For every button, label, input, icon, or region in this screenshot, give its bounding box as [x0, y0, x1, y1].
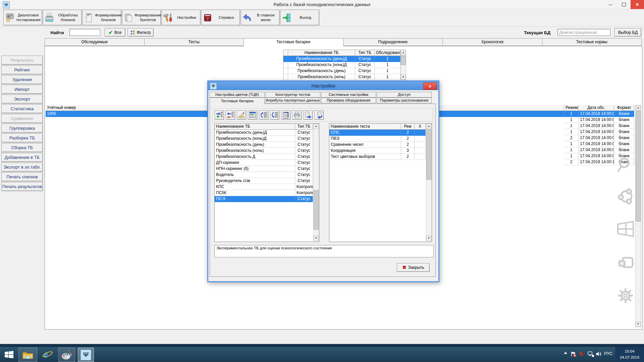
scroll-down-icon[interactable]: ▼	[636, 321, 641, 327]
tab-tests[interactable]: Тесты	[144, 38, 244, 46]
tray-expand-icon[interactable]	[564, 351, 568, 355]
scrollbar-thumb[interactable]	[426, 129, 431, 180]
column-header[interactable]: X	[415, 124, 426, 130]
file-explorer-button[interactable]	[18, 348, 37, 362]
tray-antivirus-icon[interactable]: K	[580, 351, 584, 357]
dialog-tab-recognition-params[interactable]: Параметры распознавания	[377, 98, 432, 103]
minimize-button[interactable]: ─	[604, 0, 617, 9]
column-header[interactable]: Наименование ТБ	[288, 50, 355, 56]
sidebar-button-export[interactable]: Экспорт	[1, 95, 43, 104]
records-scrollbar[interactable]: ▲ ▼	[635, 105, 641, 327]
add-test-button[interactable]	[215, 110, 224, 120]
dialog-tab-test-batteries[interactable]: Тестовые батареи	[210, 98, 265, 104]
select-db-button[interactable]: Выбор БД	[614, 28, 641, 37]
list-item[interactable]: ПВЭ2	[329, 136, 432, 142]
paint-palette-button[interactable]	[58, 348, 75, 362]
battery-properties-button[interactable]	[248, 110, 257, 120]
sidebar-button-print-lists[interactable]: Печать списков	[1, 172, 43, 181]
list-item[interactable]: Промбезопасность (день)ДСтатус	[215, 130, 319, 136]
list-item[interactable]: НПН-скрининг (б)Статус	[215, 166, 319, 172]
list-item[interactable]: ВодительСтатус	[215, 172, 319, 178]
tray-network-icon[interactable]	[588, 351, 594, 357]
tab-chronology[interactable]: Хронология	[442, 38, 542, 46]
tab-examinees[interactable]: Обследуемые	[45, 38, 145, 46]
test-list-scrollbar[interactable]: ▲ ▼	[426, 124, 432, 241]
column-header[interactable]: Дата обс.	[579, 105, 614, 111]
sidebar-button-print-results[interactable]: Печать результатов	[1, 182, 43, 191]
column-header[interactable]: Реж	[401, 124, 415, 130]
scroll-down-icon[interactable]: ▼	[426, 236, 431, 241]
table-row[interactable]: Промбезопасность (день)ДСтатус1	[283, 56, 400, 62]
exit-button[interactable]: Выход	[280, 10, 319, 25]
list-item[interactable]: ПС5ККонтроль	[215, 190, 319, 196]
scroll-up-icon[interactable]: ▲	[401, 50, 406, 55]
sidebar-button-add-to-tb[interactable]: Добавление в ТБ	[1, 153, 43, 162]
internet-explorer-button[interactable]: e	[40, 348, 56, 361]
import-battery-button[interactable]	[314, 110, 324, 120]
dialog-tab-system-settings[interactable]: Системные настройки	[321, 92, 376, 98]
remove-test-button[interactable]	[226, 110, 235, 120]
scroll-down-icon[interactable]: ▼	[401, 74, 406, 80]
sidebar-button-grouping[interactable]: Группировка	[1, 124, 43, 133]
tab-test-norms[interactable]: Тестовые нормы	[542, 38, 642, 46]
current-db-input[interactable]	[557, 29, 610, 36]
list-item-selected[interactable]: ПС-5Статус	[215, 196, 319, 202]
dialog-testing-button[interactable]: Диалоговое тестирование	[3, 10, 42, 25]
column-header[interactable]: Формат	[614, 105, 634, 111]
dialog-tab-test-constructor[interactable]: Конструктор тестов	[265, 92, 320, 98]
help-button[interactable]: ? Справка	[201, 10, 240, 25]
scroll-down-icon[interactable]: ▼	[314, 236, 319, 241]
list-item[interactable]: Промбезопасность (ночь)Статус	[215, 148, 319, 154]
move-up-button[interactable]	[259, 110, 268, 120]
find-input[interactable]	[69, 29, 100, 36]
report-button[interactable]	[281, 110, 290, 120]
battery-list-scrollbar[interactable]: ▲ ▼	[313, 124, 319, 241]
form-blanks-button[interactable]: Формирование бланков	[83, 10, 121, 25]
table-row[interactable]: Промбезопасность (день)Статус1	[283, 68, 400, 74]
tray-volume-icon[interactable]	[596, 351, 602, 357]
dialog-close-button[interactable]: ✖ Закрыть	[397, 263, 430, 272]
print-button[interactable]	[292, 110, 302, 120]
battery-summary-scrollbar[interactable]: ▲ ▼	[400, 50, 406, 80]
scroll-up-icon[interactable]: ▲	[426, 124, 431, 129]
psychodiagnostics-app-button[interactable]: Ψ	[78, 348, 94, 362]
tab-test-batteries[interactable]: Тестовые батареи	[244, 38, 343, 46]
list-item[interactable]: ДП-скринингСтатус	[215, 160, 319, 166]
scrollbar-thumb[interactable]	[636, 111, 641, 222]
scrollbar-thumb[interactable]	[401, 56, 406, 65]
filter-button[interactable]: Фильтр	[127, 28, 154, 37]
column-header[interactable]: Наименование теста	[329, 124, 401, 130]
list-item[interactable]: Промбезопасность ДСтатус	[215, 154, 319, 160]
taskbar-clock[interactable]: 15:04 24.07.2019	[615, 347, 644, 362]
dialog-close-icon[interactable]: ×	[423, 82, 437, 90]
table-row[interactable]: Промбезопасность (ночь)Статус1	[283, 74, 400, 80]
list-item[interactable]: Промбезопасность (ночь)ДСтатус	[215, 136, 319, 142]
sidebar-button-export-spreadsheet[interactable]: Экспорт в эл.табл.	[1, 163, 43, 172]
list-item[interactable]: Руководитель с/звСтатус	[215, 178, 319, 184]
main-menu-button[interactable]: В главное меню	[241, 10, 280, 25]
edit-battery-button[interactable]	[237, 110, 246, 120]
sidebar-button-rating[interactable]: Рейтинг	[1, 65, 43, 74]
sidebar-button-import[interactable]: Импорт	[1, 85, 43, 94]
dialog-tab-passport-attributes[interactable]: Атрибуты паспортных данных	[265, 98, 320, 103]
column-header[interactable]: Тип ТБ	[355, 50, 375, 56]
list-item[interactable]: Тест цветовых выборов2	[329, 154, 432, 160]
list-item-selected[interactable]: СПС2	[329, 130, 432, 136]
sidebar-button-disassemble-tb[interactable]: Разборка ТБ	[1, 133, 43, 142]
scroll-up-icon[interactable]: ▲	[636, 105, 641, 111]
scrollbar-thumb[interactable]	[314, 190, 319, 230]
scroll-up-icon[interactable]: ▲	[314, 124, 319, 129]
start-button[interactable]	[2, 348, 16, 361]
sidebar-button-delete[interactable]: Удаление	[1, 75, 43, 84]
list-item[interactable]: Промбезопасность (день)Статус	[215, 142, 319, 148]
settings-button[interactable]: Настройки	[162, 10, 201, 25]
tray-language-indicator[interactable]: РУС	[604, 351, 612, 356]
maximize-button[interactable]	[617, 0, 631, 9]
list-item[interactable]: КПСКонтроль	[215, 184, 319, 190]
all-button[interactable]: ✔ Все	[105, 28, 125, 37]
dialog-tab-access[interactable]: Доступ	[377, 92, 432, 98]
battery-description[interactable]: Экспериментальная ТБ для оценки психолог…	[214, 245, 434, 257]
column-header[interactable]: Наименование ТБ	[215, 124, 295, 130]
dialog-tab-colors[interactable]: Настройка цветов (ТЦВ)	[210, 92, 265, 98]
tab-department[interactable]: Подразделение	[343, 38, 443, 46]
